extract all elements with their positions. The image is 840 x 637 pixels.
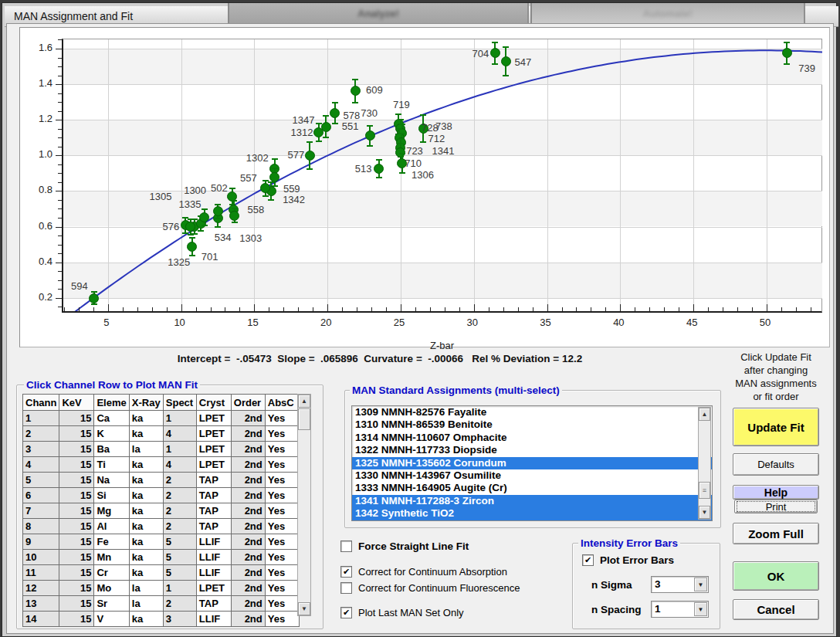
data-point-label: 730	[361, 107, 378, 118]
n-sigma-value: 3	[655, 578, 661, 590]
x-tick-label: 10	[167, 317, 193, 328]
table-cell: 11	[23, 565, 59, 581]
table-cell: Yes	[265, 426, 299, 442]
table-row[interactable]: 1115Crka5LLIF2ndYes	[23, 565, 300, 581]
table-row[interactable]: 715Mgka2TAP2ndYes	[23, 503, 300, 519]
table-row[interactable]: 1015Mnka5LLIF2ndYes	[23, 550, 300, 565]
list-scrollbar[interactable]: ▲≡▼	[698, 407, 711, 520]
chevron-down-icon[interactable]: ▼	[694, 602, 707, 616]
checkbox-label: Correct for Continuum Absorption	[358, 566, 507, 578]
man-standard-item[interactable]: 1310 NMNH-86539 Benitoite	[352, 418, 712, 431]
checkbox-box[interactable]	[340, 540, 352, 552]
man-standard-item[interactable]: 1333 NMNH-164905 Augite (Cr)	[352, 482, 712, 494]
y-axis-tick	[58, 253, 62, 254]
correct-continuum-absorption-checkbox[interactable]: Correct for Continuum Absorption	[340, 566, 507, 578]
table-cell: la	[129, 442, 163, 457]
data-point-label: 704	[472, 47, 489, 59]
checkbox-box[interactable]	[340, 582, 352, 594]
table-scrollbar[interactable]: ▲▼	[297, 394, 311, 616]
checkbox-box[interactable]	[340, 607, 352, 618]
table-row[interactable]: 815Alka2TAP2ndYes	[23, 519, 300, 534]
table-cell: LLIF	[196, 612, 231, 627]
y-axis-tick	[56, 191, 62, 191]
x-tick-label: 20	[313, 317, 339, 328]
plot-last-man-set-only-checkbox[interactable]: Plot Last MAN Set Only	[340, 607, 464, 618]
table-cell: ka	[129, 503, 163, 519]
note-line: after changing	[721, 364, 831, 377]
table-row[interactable]: 115Caka1LPET2ndYes	[23, 411, 300, 426]
table-cell: TAP	[196, 596, 231, 612]
scroll-up-button[interactable]: ▲	[699, 408, 710, 421]
y-axis-tick	[58, 39, 62, 40]
data-point-label: 1305	[150, 190, 172, 202]
table-row[interactable]: 315Bala1LPET2ndYes	[23, 442, 300, 457]
table-cell: 15	[59, 534, 94, 550]
data-point-label: 738	[435, 120, 452, 131]
scrollbar-thumb[interactable]: ≡	[699, 482, 710, 499]
man-standard-item[interactable]: 1325 NMNH-135602 Corundum	[352, 457, 712, 469]
table-cell: 2	[163, 519, 196, 534]
table-row[interactable]: 215Kka4LPET2ndYes	[23, 426, 300, 442]
table-row[interactable]: 1415Vka3LLIF2ndYes	[23, 612, 300, 627]
table-cell: 2nd	[231, 565, 265, 581]
y-axis-tick	[58, 218, 62, 219]
scroll-down-button[interactable]: ▼	[298, 602, 310, 615]
y-axis-tick	[58, 137, 62, 138]
defaults-button[interactable]: Defaults	[733, 453, 819, 476]
data-point-label: 1335	[179, 198, 202, 210]
table-row[interactable]: 515Naka2TAP2ndYes	[23, 473, 300, 488]
channel-table: ChannKeVElemeX-RaySpectCrystOrderAbsC 11…	[22, 394, 300, 627]
help-button[interactable]: Help	[733, 485, 819, 500]
man-standard-item[interactable]: 1342 Synthetic TiO2	[352, 507, 712, 520]
plot-error-bars-checkbox[interactable]: Plot Error Bars	[582, 554, 674, 566]
background-window-automate[interactable]: Automate!	[530, 3, 805, 23]
plot-area[interactable]: 5947015761335130053450255813025575595771…	[62, 39, 822, 313]
table-row[interactable]: 415Tika4LPET2ndYes	[23, 457, 300, 473]
table-header-row: ChannKeVElemeX-RaySpectCrystOrderAbsC	[23, 395, 300, 411]
man-standard-item[interactable]: 1330 NMNH-143967 Osumilite	[352, 469, 712, 482]
man-standard-item[interactable]: 1322 NMNH-117733 Diopside	[352, 444, 712, 456]
table-cell: 15	[59, 503, 94, 519]
zoom-full-button[interactable]: Zoom Full	[733, 523, 819, 544]
n-sigma-combobox[interactable]: 3 ▼	[651, 576, 709, 593]
table-cell: 15	[59, 581, 94, 596]
x-tick-label: 40	[605, 317, 632, 328]
table-cell: 6	[23, 488, 59, 503]
scrollbar-thumb[interactable]	[298, 408, 310, 430]
table-cell: Yes	[265, 503, 299, 519]
man-standard-item[interactable]: 1309 NMNH-82576 Fayalite	[352, 406, 712, 418]
background-window-analyze[interactable]: Analyze!	[228, 3, 529, 23]
table-row[interactable]: 915Feka5LLIF2ndYes	[23, 534, 300, 550]
n-spacing-value: 1	[655, 603, 661, 615]
table-row[interactable]: 1215Mola1LPET2ndYes	[23, 581, 300, 596]
scroll-down-button[interactable]: ▼	[699, 506, 710, 519]
background-window-title: Automate!	[643, 8, 693, 19]
table-cell: 2nd	[231, 426, 265, 442]
chevron-down-icon[interactable]: ▼	[694, 578, 707, 591]
table-cell: ka	[129, 612, 163, 627]
force-straight-line-fit-checkbox[interactable]: Force Straight Line Fit	[340, 540, 469, 552]
table-cell: 15	[59, 612, 94, 627]
x-tick-label: 50	[752, 317, 778, 328]
checkbox-box[interactable]	[340, 566, 352, 578]
man-standard-item[interactable]: 1314 NMNH-110607 Omphacite	[352, 432, 712, 444]
table-cell: Mo	[94, 581, 129, 596]
table-row[interactable]: 615Sika2TAP2ndYes	[23, 488, 300, 503]
scroll-up-button[interactable]: ▲	[298, 395, 310, 408]
data-point-label: 502	[211, 181, 228, 193]
update-fit-button[interactable]: Update Fit	[733, 408, 819, 446]
checkbox-box[interactable]	[582, 554, 594, 566]
data-point-label: 1341	[432, 144, 455, 156]
correct-continuum-fluorescence-checkbox[interactable]: Correct for Continuum Fluorescence	[340, 582, 520, 594]
table-cell: 2	[163, 473, 196, 488]
man-standard-item[interactable]: 1341 NMNH-117288-3 Zircon	[352, 495, 712, 507]
table-row[interactable]: 1315Srla2TAP2ndYes	[23, 596, 300, 612]
table-column-header: KeV	[59, 395, 94, 411]
y-axis-tick	[56, 263, 62, 263]
print-button[interactable]: Print	[734, 500, 818, 513]
table-cell: 8	[23, 519, 59, 534]
n-spacing-combobox[interactable]: 1 ▼	[651, 601, 709, 618]
ok-button[interactable]: OK	[733, 561, 819, 591]
table-cell: 2	[163, 503, 196, 519]
cancel-button[interactable]: Cancel	[733, 599, 819, 620]
